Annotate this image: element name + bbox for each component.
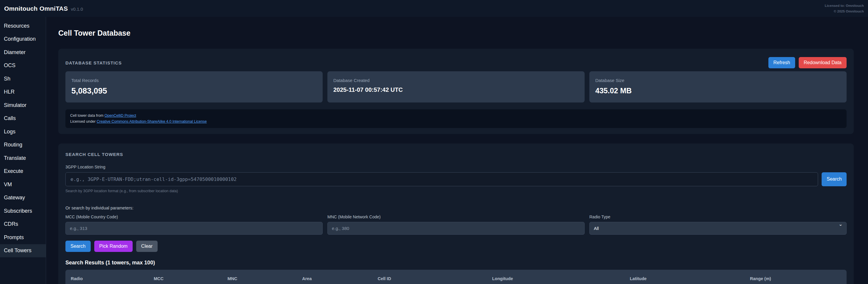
licensed-to-text: Licensed to: Omnitouch	[825, 3, 864, 8]
location-string-label: 3GPP Location String	[65, 165, 846, 169]
sidebar: Resources Configuration Diameter OCS Sh …	[0, 17, 46, 284]
mnc-input[interactable]	[328, 222, 585, 235]
sidebar-item-logs[interactable]: Logs	[0, 125, 46, 138]
search-results-title: Search Results (1 towers, max 100)	[65, 260, 846, 266]
sidebar-item-ocs[interactable]: OCS	[0, 59, 46, 72]
pick-random-button[interactable]: Pick Random	[94, 241, 133, 252]
sidebar-item-configuration[interactable]: Configuration	[0, 33, 46, 46]
column-header-mcc: MCC	[148, 276, 222, 281]
license-block: Licensed to: Omnitouch © 2025 Omnitouch	[825, 3, 864, 14]
opencellid-link[interactable]: OpenCelliD Project	[104, 113, 136, 118]
app-brand: Omnitouch OmniTAS v0.1.0	[4, 5, 83, 12]
data-attribution-box: Cell tower data from OpenCelliD Project …	[65, 109, 846, 128]
location-help-text: Search by 3GPP location format (e.g., fr…	[65, 189, 846, 193]
results-table-header: Radio MCC MNC Area Cell ID Longitude Lat…	[65, 270, 846, 284]
search-cell-towers-panel: SEARCH CELL TOWERS 3GPP Location String …	[58, 143, 854, 284]
attribution-line1-text: Cell tower data from	[70, 113, 104, 118]
mcc-label: MCC (Mobile Country Code)	[65, 214, 323, 219]
stat-card-total-records: Total Records 5,083,095	[65, 71, 323, 103]
sidebar-item-calls[interactable]: Calls	[0, 112, 46, 126]
sidebar-item-prompts[interactable]: Prompts	[0, 231, 46, 244]
results-table: Radio MCC MNC Area Cell ID Longitude Lat…	[65, 270, 846, 284]
app-title: Omnitouch OmniTAS	[4, 5, 68, 12]
column-header-range: Range (m)	[745, 276, 846, 281]
sidebar-item-execute[interactable]: Execute	[0, 165, 46, 178]
location-string-input[interactable]	[65, 172, 818, 186]
column-header-mnc: MNC	[222, 276, 297, 281]
sidebar-item-vm[interactable]: VM	[0, 178, 46, 191]
sidebar-item-simulator[interactable]: Simulator	[0, 99, 46, 112]
sidebar-item-routing[interactable]: Routing	[0, 138, 46, 152]
app-version: v0.1.0	[71, 6, 83, 11]
column-header-latitude: Latitude	[624, 276, 745, 281]
radio-type-label: Radio Type	[589, 214, 846, 219]
database-statistics-panel: DATABASE STATISTICS Refresh Redownload D…	[58, 49, 854, 134]
column-header-longitude: Longitude	[487, 276, 624, 281]
stat-card-database-size: Database Size 435.02 MB	[589, 71, 846, 103]
sidebar-item-diameter[interactable]: Diameter	[0, 46, 46, 59]
refresh-button[interactable]: Refresh	[768, 57, 795, 68]
sidebar-item-translate[interactable]: Translate	[0, 151, 46, 165]
location-search-button[interactable]: Search	[822, 172, 846, 186]
column-header-cell-id: Cell ID	[372, 276, 487, 281]
sidebar-item-gateway[interactable]: Gateway	[0, 191, 46, 205]
mcc-input[interactable]	[65, 222, 323, 235]
sidebar-item-sh[interactable]: Sh	[0, 72, 46, 85]
stat-value-database-created: 2025-11-07 00:57:42 UTC	[333, 86, 579, 93]
clear-button[interactable]: Clear	[136, 241, 158, 252]
sidebar-item-resources[interactable]: Resources	[0, 19, 46, 33]
page-title: Cell Tower Database	[58, 29, 854, 37]
creative-commons-license-link[interactable]: Creative Commons Attribution-ShareAlike …	[97, 119, 207, 123]
sidebar-item-hlr[interactable]: HLR	[0, 85, 46, 99]
redownload-data-button[interactable]: Redownload Data	[799, 57, 846, 68]
stat-value-total-records: 5,083,095	[71, 86, 317, 96]
stat-value-database-size: 435.02 MB	[595, 86, 841, 95]
copyright-text: © 2025 Omnitouch	[825, 9, 864, 14]
sidebar-item-cdrs[interactable]: CDRs	[0, 218, 46, 231]
or-search-text: Or search by individual parameters:	[65, 206, 846, 210]
radio-type-select[interactable]: All	[589, 222, 846, 235]
main-content: Cell Tower Database DATABASE STATISTICS …	[46, 17, 868, 284]
column-header-radio: Radio	[65, 276, 148, 281]
database-statistics-title: DATABASE STATISTICS	[65, 60, 122, 65]
mnc-label: MNC (Mobile Network Code)	[328, 214, 585, 219]
stat-label: Database Size	[595, 78, 841, 83]
app-header: Omnitouch OmniTAS v0.1.0 Licensed to: Om…	[0, 0, 868, 17]
stat-label: Total Records	[71, 78, 317, 83]
sidebar-item-subscribers[interactable]: Subscribers	[0, 204, 46, 218]
column-header-area: Area	[297, 276, 372, 281]
search-cell-towers-title: SEARCH CELL TOWERS	[65, 152, 846, 157]
stat-label: Database Created	[333, 78, 579, 83]
attribution-line2-text: Licensed under	[70, 119, 97, 123]
sidebar-item-cell-towers[interactable]: Cell Towers	[0, 244, 46, 257]
param-search-button[interactable]: Search	[65, 241, 91, 252]
stat-card-database-created: Database Created 2025-11-07 00:57:42 UTC	[328, 71, 585, 103]
